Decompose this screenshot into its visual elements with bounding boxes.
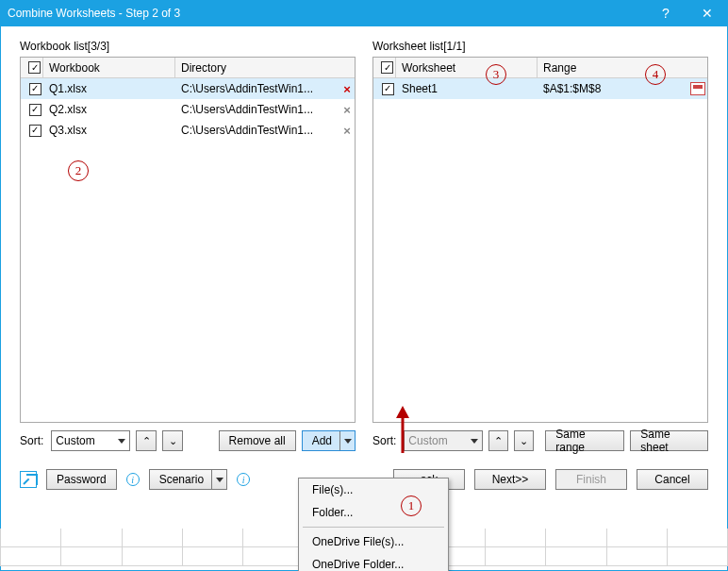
range-select-icon[interactable] xyxy=(690,82,705,95)
workbook-panel: Workbook list[3/3] ✓ Workbook Directory … xyxy=(20,40,356,453)
worksheet-header-checkbox[interactable]: ✓ xyxy=(373,58,396,77)
checkbox-icon[interactable]: ✓ xyxy=(29,104,41,116)
checkbox-icon[interactable]: ✓ xyxy=(29,125,41,137)
checkbox-icon: ✓ xyxy=(381,61,393,74)
checkbox-icon: ✓ xyxy=(28,61,41,74)
remove-row-icon[interactable]: × xyxy=(343,103,351,117)
workbook-dir: C:\Users\AddinTestWin1... xyxy=(175,78,334,99)
worksheet-sort-combo[interactable]: Custom xyxy=(404,430,483,451)
worksheet-name: Sheet1 xyxy=(396,78,538,99)
sort-label: Sort: xyxy=(372,434,396,447)
workbook-dir: C:\Users\AddinTestWin1... xyxy=(175,99,334,120)
workbook-list-label: Workbook list[3/3] xyxy=(20,40,356,53)
chevron-up-icon: ⌃ xyxy=(494,436,503,446)
chevron-down-icon: ⌄ xyxy=(520,436,528,446)
workbook-row[interactable]: ✓ Q1.xlsx C:\Users\AddinTestWin1... × xyxy=(21,78,355,99)
menu-item-onedrive-folder[interactable]: OneDrive Folder... xyxy=(299,553,448,571)
add-dropdown-toggle[interactable] xyxy=(339,431,355,450)
window-title: Combine Worksheets - Step 2 of 3 xyxy=(8,7,645,20)
sort-label: Sort: xyxy=(20,434,43,447)
workbook-row[interactable]: ✓ Q2.xlsx C:\Users\AddinTestWin1... × xyxy=(21,99,355,120)
finish-button[interactable]: Finish xyxy=(555,469,627,490)
help-button[interactable]: ? xyxy=(645,0,687,26)
chevron-down-icon xyxy=(118,439,125,444)
checkbox-icon[interactable]: ✓ xyxy=(29,83,41,95)
workbook-name: Q1.xlsx xyxy=(43,78,175,99)
menu-separator xyxy=(303,527,444,528)
workbook-header-directory[interactable]: Directory xyxy=(175,58,355,77)
chevron-down-icon xyxy=(216,478,223,482)
chevron-down-icon: ⌄ xyxy=(169,436,177,446)
same-sheet-button[interactable]: Same sheet xyxy=(630,430,708,451)
workbook-sort-combo[interactable]: Custom xyxy=(51,430,130,451)
next-button[interactable]: Next>> xyxy=(474,469,546,490)
worksheet-header-name[interactable]: Worksheet xyxy=(396,58,538,77)
remove-row-icon[interactable]: × xyxy=(343,82,351,96)
cancel-button[interactable]: Cancel xyxy=(637,469,708,490)
workbook-name: Q2.xlsx xyxy=(43,99,175,120)
scenario-dropdown-toggle[interactable] xyxy=(211,470,226,489)
menu-item-folder[interactable]: Folder... xyxy=(299,501,448,524)
workbook-name: Q3.xlsx xyxy=(43,120,175,141)
workbook-grid[interactable]: ✓ Workbook Directory ✓ Q1.xlsx C:\Users\… xyxy=(20,57,356,423)
worksheet-grid[interactable]: ✓ Worksheet Range ✓ Sheet1 $A$1:$M$8 xyxy=(372,57,708,423)
popout-icon[interactable] xyxy=(20,471,37,488)
workbook-dir: C:\Users\AddinTestWin1... xyxy=(175,120,334,141)
worksheet-list-label: Worksheet list[1/1] xyxy=(372,40,708,53)
same-range-button[interactable]: Same range xyxy=(545,430,624,451)
chevron-down-icon xyxy=(344,439,352,444)
worksheet-range: $A$1:$M$8 xyxy=(538,78,683,99)
remove-row-icon[interactable]: × xyxy=(343,124,351,138)
move-up-button[interactable]: ⌃ xyxy=(136,430,157,451)
remove-all-button[interactable]: Remove all xyxy=(219,430,296,451)
menu-item-onedrive-files[interactable]: OneDrive File(s)... xyxy=(299,530,448,553)
workbook-header-checkbox[interactable]: ✓ xyxy=(21,58,43,77)
workbook-row[interactable]: ✓ Q3.xlsx C:\Users\AddinTestWin1... × xyxy=(21,120,355,141)
worksheet-panel: Worksheet list[1/1] ✓ Worksheet Range ✓ … xyxy=(372,40,708,453)
info-icon[interactable]: i xyxy=(237,473,250,486)
close-button[interactable]: ✕ xyxy=(687,0,728,26)
password-button[interactable]: Password xyxy=(46,469,117,490)
checkbox-icon[interactable]: ✓ xyxy=(382,83,394,95)
menu-item-files[interactable]: File(s)... xyxy=(299,479,448,501)
move-up-button[interactable]: ⌃ xyxy=(488,430,508,451)
titlebar: Combine Worksheets - Step 2 of 3 ? ✕ xyxy=(0,0,728,26)
add-button[interactable]: Add xyxy=(302,430,356,451)
workbook-header-name[interactable]: Workbook xyxy=(43,58,175,77)
move-down-button[interactable]: ⌄ xyxy=(162,430,183,451)
chevron-down-icon xyxy=(471,439,478,444)
move-down-button[interactable]: ⌄ xyxy=(514,430,534,451)
worksheet-row[interactable]: ✓ Sheet1 $A$1:$M$8 xyxy=(373,78,707,99)
info-icon[interactable]: i xyxy=(126,473,140,486)
worksheet-header-range[interactable]: Range xyxy=(538,58,707,77)
add-menu: File(s)... Folder... OneDrive File(s)...… xyxy=(298,478,449,571)
scenario-button[interactable]: Scenario xyxy=(149,469,227,490)
chevron-up-icon: ⌃ xyxy=(142,436,151,446)
